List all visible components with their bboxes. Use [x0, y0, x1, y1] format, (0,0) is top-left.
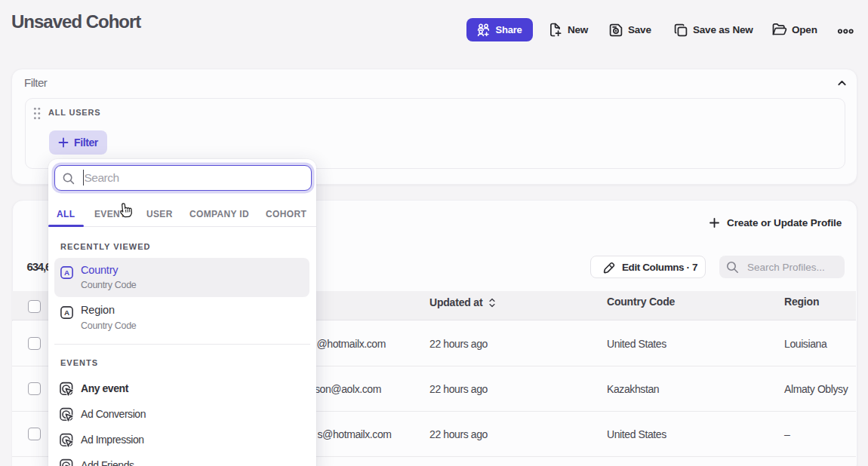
- svg-text:A: A: [64, 308, 69, 317]
- svg-text:A: A: [64, 268, 69, 277]
